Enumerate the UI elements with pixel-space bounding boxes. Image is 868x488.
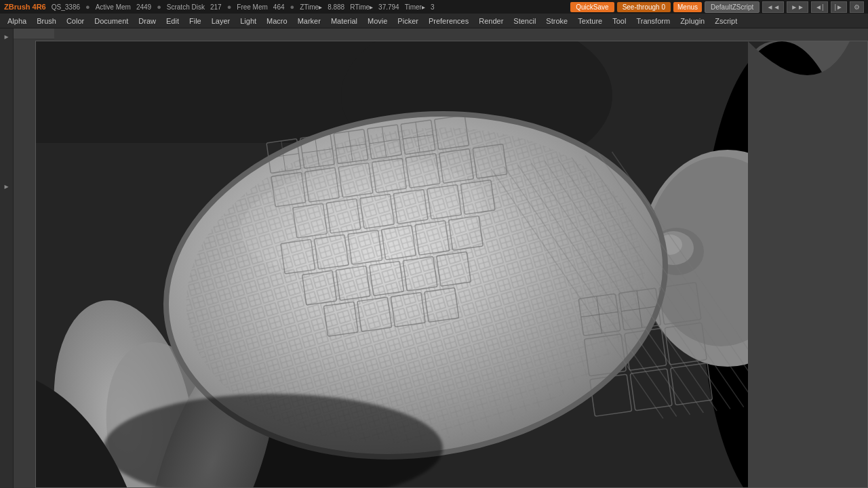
menu-stencil[interactable]: Stencil: [509, 15, 540, 27]
nav-left-button[interactable]: ◄◄: [762, 1, 784, 13]
menu-tool[interactable]: Tool: [608, 15, 631, 27]
rtime-value: 37.794: [378, 3, 399, 11]
menu-preferences[interactable]: Preferences: [424, 15, 473, 27]
rtime-label: RTime▸: [350, 3, 373, 11]
menus-button[interactable]: Menus: [673, 2, 702, 12]
menu-macro[interactable]: Macro: [262, 15, 292, 27]
settings-button[interactable]: ⚙: [850, 1, 864, 13]
menu-light[interactable]: Light: [235, 15, 261, 27]
defaultzscript-button[interactable]: DefaultZScript: [705, 1, 760, 13]
free-mem-label: Free Mem: [237, 3, 268, 11]
menu-bar: Alpha Brush Color Document Draw Edit Fil…: [0, 14, 868, 28]
menu-movie[interactable]: Movie: [363, 15, 392, 27]
menu-picker[interactable]: Picker: [393, 15, 423, 27]
menu-zplugin[interactable]: Zplugin: [675, 15, 709, 27]
render-area[interactable]: [36, 41, 867, 487]
top-mini-bar: [14, 28, 54, 39]
menu-draw[interactable]: Draw: [134, 15, 161, 27]
free-mem-value: 464: [273, 3, 285, 11]
main-viewport[interactable]: [35, 41, 868, 488]
scratch-disk-label: Scratch Disk: [167, 3, 205, 11]
quicksave-button[interactable]: QuickSave: [570, 2, 614, 12]
menu-transform[interactable]: Transform: [631, 15, 675, 27]
seethrough-button[interactable]: See-through 0: [617, 2, 671, 12]
menu-color[interactable]: Color: [62, 15, 89, 27]
menu-document[interactable]: Document: [90, 15, 133, 27]
ztime-value: 8.888: [328, 3, 344, 11]
menu-zscript[interactable]: Zscript: [710, 15, 742, 27]
title-bar: ZBrush 4R6 QS_3386 ● Active Mem 2449 ● S…: [0, 0, 868, 14]
app-logo: ZBrush 4R6: [4, 3, 46, 11]
frame-back-button[interactable]: ◄|: [811, 1, 828, 13]
frame-forward-button[interactable]: |►: [831, 1, 848, 13]
title-bar-buttons: QuickSave See-through 0 Menus DefaultZSc…: [570, 1, 864, 13]
menu-material[interactable]: Material: [326, 15, 362, 27]
active-mem-value: 2449: [136, 3, 151, 11]
viewport-svg: [36, 41, 867, 487]
timer-value: 3: [431, 3, 435, 11]
active-mem-label: Active Mem: [96, 3, 131, 11]
sidebar-collapse-arrow[interactable]: ◄: [1, 31, 12, 44]
menu-stroke[interactable]: Stroke: [541, 15, 572, 27]
timer-label: Timer▸: [405, 3, 425, 11]
canvas-container: ◄ ◄: [0, 28, 868, 488]
menu-edit[interactable]: Edit: [161, 15, 184, 27]
menu-file[interactable]: File: [184, 15, 206, 27]
menu-render[interactable]: Render: [474, 15, 508, 27]
menu-brush[interactable]: Brush: [32, 15, 61, 27]
scratch-disk-value: 217: [210, 3, 222, 11]
ztime-label: ZTime▸: [300, 3, 322, 11]
left-sidebar: ◄ ◄: [0, 28, 14, 488]
menu-alpha[interactable]: Alpha: [3, 15, 31, 27]
menu-layer[interactable]: Layer: [207, 15, 235, 27]
menu-texture[interactable]: Texture: [573, 15, 607, 27]
sidebar-arrow-2[interactable]: ◄: [1, 181, 12, 194]
menu-marker[interactable]: Marker: [293, 15, 326, 27]
project-name: QS_3386: [52, 3, 80, 11]
nav-right-button[interactable]: ►►: [787, 1, 808, 13]
